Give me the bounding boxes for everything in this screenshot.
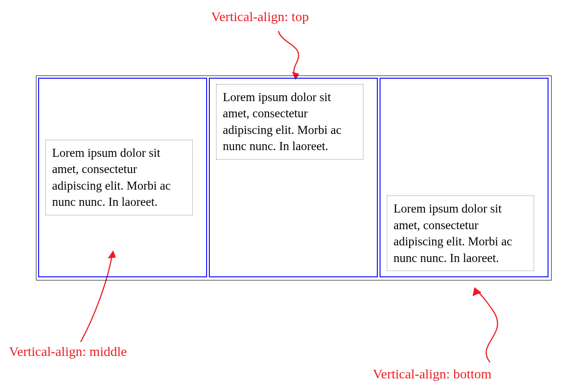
annotation-bottom: Vertical-align: bottom (373, 366, 491, 382)
cell-bottom-text: Lorem ipsum dolor sit amet, consectetur … (387, 196, 534, 271)
annotation-top: Vertical-align: top (211, 9, 309, 24)
vertical-align-demo-container: Lorem ipsum dolor sit amet, consectetur … (36, 76, 552, 280)
cell-middle: Lorem ipsum dolor sit amet, consectetur … (38, 78, 207, 277)
cell-top-text: Lorem ipsum dolor sit amet, consectetur … (216, 84, 363, 160)
arrow-top-icon (270, 27, 323, 81)
arrow-bottom-icon (458, 285, 530, 366)
annotation-middle: Vertical-align: middle (9, 344, 127, 359)
cell-bottom: Lorem ipsum dolor sit amet, consectetur … (380, 78, 548, 277)
cell-top: Lorem ipsum dolor sit amet, consectetur … (209, 78, 378, 277)
cell-middle-text: Lorem ipsum dolor sit amet, consectetur … (45, 140, 193, 215)
